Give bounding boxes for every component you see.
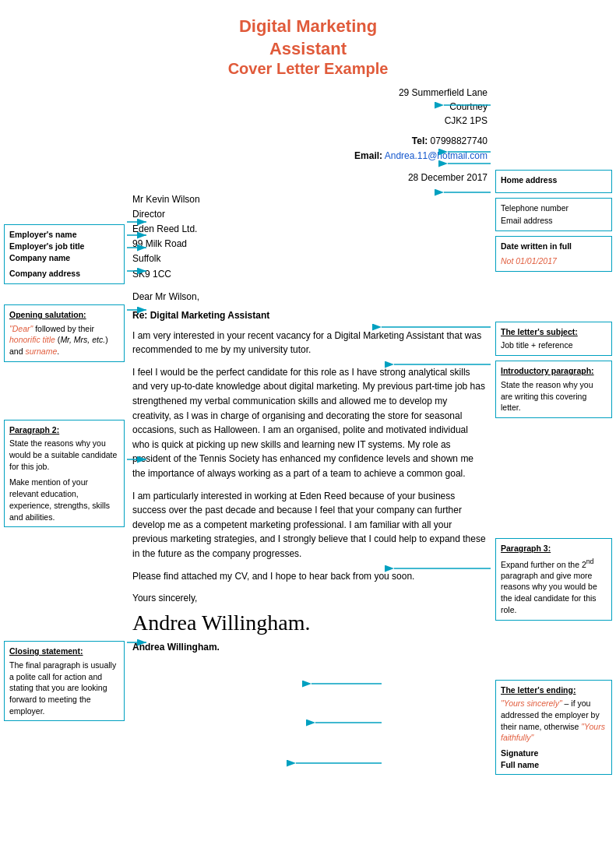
- employer-addr2: Suffolk: [132, 252, 488, 266]
- subject-ann-text: Job title + reference: [501, 340, 607, 351]
- title-line1: Digital Marketing Assistant: [0, 16, 616, 60]
- full-name: Andrea Willingham.: [132, 640, 488, 655]
- home-address-annotation: Home address: [495, 170, 612, 193]
- subject-annotation: The letter's subject: Job title + refere…: [495, 322, 612, 356]
- para3-ann-text: Expand further on the 2nd paragraph and …: [501, 557, 607, 616]
- right-column: Home address Telephone number Email addr…: [491, 86, 612, 779]
- closing-ann-text: The final paragraph is usually a polite …: [9, 660, 119, 716]
- paragraph2: I feel I would be the perfect candidate …: [132, 365, 488, 481]
- ending-ann-title: The letter's ending:: [501, 684, 607, 696]
- main-layout: Employer's nameEmployer's job titleCompa…: [0, 86, 616, 779]
- employer-title: Director: [132, 207, 488, 222]
- salutation-annotation-box: Opening salutation: "Dear" followed by t…: [4, 304, 125, 362]
- tel-value: 07998827740: [431, 135, 488, 146]
- name-label: Full name: [501, 759, 607, 771]
- subject-line: Re: Digital Marketing Assistant: [132, 310, 488, 321]
- title-line3: Cover Letter Example: [0, 60, 616, 78]
- signature: Andrea Willingham.: [132, 610, 488, 636]
- company-address-label: Company address: [9, 268, 119, 280]
- email-label: Email:: [354, 150, 382, 161]
- closing-ann-title: Closing statement:: [9, 646, 119, 657]
- salutation-ann-text: "Dear" followed by their honorific title…: [9, 323, 119, 357]
- tel-label: Tel:: [412, 135, 428, 146]
- intro-paragraph: I am very interested in your recent vaca…: [132, 329, 488, 357]
- intro-ann-text: State the reason why you are writing thi…: [501, 379, 607, 413]
- sig-label: Signature: [501, 748, 607, 759]
- salutation-ann-title: Opening salutation:: [9, 309, 119, 321]
- title-section: Digital Marketing Assistant Cover Letter…: [0, 8, 616, 78]
- contact-annotation: Telephone number Email address: [495, 198, 612, 232]
- date-ann-note: Not 01/01/2017: [501, 255, 607, 267]
- letter-body: 29 Summerfield Lane Courtney CJK2 1PS Te…: [128, 86, 491, 779]
- valediction-text: Yours sincerely,: [132, 591, 488, 606]
- letter-address: 29 Summerfield Lane Courtney CJK2 1PS: [132, 86, 488, 128]
- ending-ann-text1: "Yours sincerely" – if you addressed the…: [501, 698, 607, 744]
- employer-addr3: SK9 1CC: [132, 267, 488, 282]
- address-line1: 29 Summerfield Lane: [399, 87, 488, 98]
- email-link[interactable]: Andrea.11@hotmail.com: [385, 150, 488, 161]
- contact-ann-text: Telephone number Email address: [501, 202, 607, 227]
- letter-date: 28 December 2017: [132, 172, 488, 183]
- intro-ann-title: Introductory paragraph:: [501, 365, 607, 377]
- date-annotation: Date written in full Not 01/01/2017: [495, 236, 612, 271]
- para2-ann-text2: Make mention of your relevant education,…: [9, 477, 119, 523]
- left-column: Employer's nameEmployer's job titleCompa…: [4, 86, 128, 779]
- address-line2: Courtney: [449, 101, 488, 112]
- subject-ann-title: The letter's subject:: [501, 326, 607, 338]
- employer-name: Mr Kevin Wilson: [132, 192, 488, 207]
- valediction: Yours sincerely, Andrea Willingham. Andr…: [132, 591, 488, 655]
- employer-company: Eden Reed Ltd.: [132, 222, 488, 237]
- employer-annotation-box: Employer's nameEmployer's job titleCompa…: [4, 224, 125, 284]
- paragraph3: I am particularly interested in working …: [132, 489, 488, 561]
- closing-annotation-box: Closing statement: The final paragraph i…: [4, 641, 125, 721]
- ending-annotation: The letter's ending: "Yours sincerely" –…: [495, 680, 612, 776]
- date-ann-title: Date written in full: [501, 241, 607, 252]
- para3-ann-title: Paragraph 3:: [501, 543, 607, 554]
- closing-paragraph: Please find attached my CV, and I hope t…: [132, 569, 488, 584]
- page: Digital Marketing Assistant Cover Letter…: [0, 0, 616, 848]
- home-addr-ann-title: Home address: [501, 174, 607, 186]
- employer-addr1: 99 Milk Road: [132, 237, 488, 252]
- letter-contact: Tel: 07998827740 Email: Andrea.11@hotmai…: [132, 134, 488, 164]
- para3-annotation: Paragraph 3: Expand further on the 2nd p…: [495, 538, 612, 621]
- paragraph2-annotation-box: Paragraph 2: State the reasons why you w…: [4, 420, 125, 528]
- intro-annotation: Introductory paragraph: State the reason…: [495, 361, 612, 418]
- employer-ann-title: Employer's nameEmployer's job titleCompa…: [9, 229, 119, 263]
- address-line3: CJK2 1PS: [445, 115, 488, 126]
- salutation-line: Dear Mr Wilson,: [132, 291, 488, 302]
- para2-ann-title: Paragraph 2:: [9, 424, 119, 436]
- para2-ann-text1: State the reasons why you would be a sui…: [9, 438, 119, 472]
- employer-block: Mr Kevin Wilson Director Eden Reed Ltd. …: [132, 192, 488, 282]
